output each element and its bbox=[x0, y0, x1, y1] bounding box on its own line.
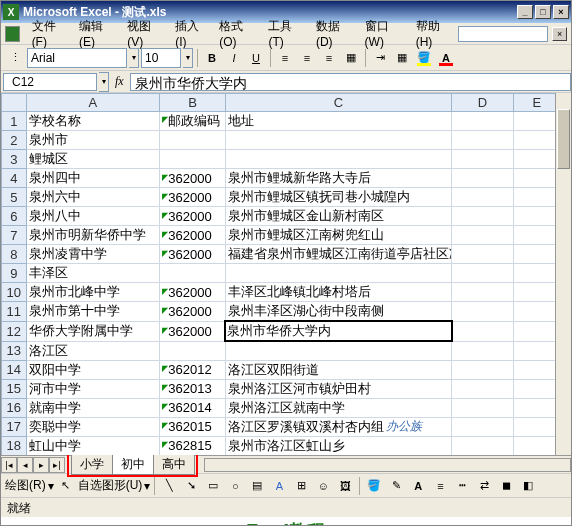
col-header[interactable]: A bbox=[26, 94, 160, 112]
cell[interactable] bbox=[452, 283, 514, 302]
cell[interactable] bbox=[513, 245, 560, 264]
cell[interactable]: 洛江区双阳街道 bbox=[225, 360, 451, 379]
cell[interactable] bbox=[513, 264, 560, 283]
cell[interactable] bbox=[452, 112, 514, 131]
col-header[interactable]: D bbox=[452, 94, 514, 112]
cell[interactable] bbox=[452, 245, 514, 264]
cell[interactable] bbox=[452, 207, 514, 226]
fill-color-button[interactable]: 🪣 bbox=[414, 48, 434, 68]
cell[interactable]: 泉州市华侨大学内 bbox=[225, 321, 451, 341]
tab-nav-last[interactable]: ▸| bbox=[49, 457, 65, 473]
sheet-tab-2[interactable]: 初中 bbox=[112, 455, 154, 475]
oval-icon[interactable]: ○ bbox=[225, 476, 245, 496]
cell[interactable]: 泉州市明新华侨中学 bbox=[26, 226, 160, 245]
underline-button[interactable]: U bbox=[246, 48, 266, 68]
font-color-2-button[interactable]: A bbox=[408, 476, 428, 496]
cell[interactable] bbox=[452, 188, 514, 207]
cell[interactable] bbox=[513, 302, 560, 322]
close-button[interactable]: × bbox=[553, 5, 569, 19]
cell[interactable]: ◤362000 bbox=[160, 226, 226, 245]
cell[interactable] bbox=[225, 150, 451, 169]
cell[interactable]: 丰泽区北峰镇北峰村塔后 bbox=[225, 283, 451, 302]
cell[interactable]: 福建省泉州市鲤城区江南街道亭店社区凌霄路321号 bbox=[225, 245, 451, 264]
row-header[interactable]: 2 bbox=[2, 131, 27, 150]
cell[interactable] bbox=[452, 398, 514, 417]
cell[interactable] bbox=[225, 131, 451, 150]
cell[interactable] bbox=[452, 321, 514, 341]
cell[interactable]: 河市中学 bbox=[26, 379, 160, 398]
cell[interactable] bbox=[513, 283, 560, 302]
cell[interactable] bbox=[452, 379, 514, 398]
cell[interactable]: 泉州市 bbox=[26, 131, 160, 150]
cell[interactable]: 泉州市第十中学 bbox=[26, 302, 160, 322]
cell[interactable]: 洛江区 bbox=[26, 341, 160, 360]
row-header[interactable]: 18 bbox=[2, 436, 27, 455]
indent-button[interactable]: ⇥ bbox=[370, 48, 390, 68]
cell[interactable]: 泉州凌霄中学 bbox=[26, 245, 160, 264]
cell[interactable]: 学校名称 bbox=[26, 112, 160, 131]
cell[interactable] bbox=[452, 417, 514, 436]
cell[interactable] bbox=[452, 341, 514, 360]
merge-button[interactable]: ▦ bbox=[341, 48, 361, 68]
dash-style-button[interactable]: ┅ bbox=[452, 476, 472, 496]
maximize-button[interactable]: □ bbox=[535, 5, 551, 19]
3d-button[interactable]: ◧ bbox=[518, 476, 538, 496]
row-header[interactable]: 13 bbox=[2, 341, 27, 360]
cell[interactable] bbox=[513, 360, 560, 379]
menu-data[interactable]: 数据(D) bbox=[310, 16, 359, 51]
row-header[interactable]: 11 bbox=[2, 302, 27, 322]
menu-view[interactable]: 视图(V) bbox=[121, 16, 169, 51]
cell[interactable]: ◤362000 bbox=[160, 245, 226, 264]
font-select[interactable] bbox=[27, 48, 127, 68]
align-right-button[interactable]: ≡ bbox=[319, 48, 339, 68]
cell[interactable]: 泉州市鲤城区金山新村南区 bbox=[225, 207, 451, 226]
cell[interactable] bbox=[225, 264, 451, 283]
cell[interactable]: 地址 bbox=[225, 112, 451, 131]
cell[interactable] bbox=[452, 169, 514, 188]
toolbar-handle-icon[interactable]: ⋮ bbox=[5, 48, 25, 68]
menu-tools[interactable]: 工具(T) bbox=[262, 16, 309, 51]
tab-nav-prev[interactable]: ◂ bbox=[17, 457, 33, 473]
row-header[interactable]: 5 bbox=[2, 188, 27, 207]
row-header[interactable]: 12 bbox=[2, 321, 27, 341]
cell[interactable]: ◤362000 bbox=[160, 188, 226, 207]
cell[interactable] bbox=[452, 226, 514, 245]
cell[interactable] bbox=[513, 379, 560, 398]
cell[interactable]: 泉州市洛江区虹山乡 bbox=[225, 436, 451, 455]
row-header[interactable]: 10 bbox=[2, 283, 27, 302]
menu-format[interactable]: 格式(O) bbox=[213, 16, 262, 51]
italic-button[interactable]: I bbox=[224, 48, 244, 68]
shadow-button[interactable]: ◼ bbox=[496, 476, 516, 496]
tab-nav-first[interactable]: |◂ bbox=[1, 457, 17, 473]
row-header[interactable]: 8 bbox=[2, 245, 27, 264]
row-header[interactable]: 3 bbox=[2, 150, 27, 169]
tab-nav-next[interactable]: ▸ bbox=[33, 457, 49, 473]
col-header[interactable]: B bbox=[160, 94, 226, 112]
cell[interactable]: 奕聪中学 bbox=[26, 417, 160, 436]
menu-window[interactable]: 窗口(W) bbox=[359, 16, 410, 51]
cell[interactable]: 就南中学 bbox=[26, 398, 160, 417]
autoshapes-menu[interactable]: 自选图形(U) bbox=[78, 477, 143, 494]
cell[interactable] bbox=[513, 188, 560, 207]
cell[interactable] bbox=[513, 321, 560, 341]
cell[interactable]: ◤362014 bbox=[160, 398, 226, 417]
cell[interactable] bbox=[513, 226, 560, 245]
rect-icon[interactable]: ▭ bbox=[203, 476, 223, 496]
cell[interactable]: 泉州市鲤城新华路大寺后 bbox=[225, 169, 451, 188]
clipart-icon[interactable]: ☺ bbox=[313, 476, 333, 496]
cell[interactable]: ◤362815 bbox=[160, 436, 226, 455]
cell[interactable] bbox=[513, 169, 560, 188]
row-header[interactable]: 6 bbox=[2, 207, 27, 226]
cell[interactable]: 虹山中学 bbox=[26, 436, 160, 455]
cell[interactable]: 泉州四中 bbox=[26, 169, 160, 188]
worksheet-grid[interactable]: ABCDE1学校名称◤邮政编码地址2泉州市3鲤城区4泉州四中◤362000泉州市… bbox=[1, 93, 571, 455]
cell[interactable] bbox=[160, 131, 226, 150]
cell[interactable]: ◤362000 bbox=[160, 207, 226, 226]
cell[interactable]: 丰泽区 bbox=[26, 264, 160, 283]
row-header[interactable]: 16 bbox=[2, 398, 27, 417]
row-header[interactable]: 9 bbox=[2, 264, 27, 283]
cell[interactable] bbox=[513, 112, 560, 131]
cell[interactable]: 泉州洛江区河市镇炉田村 bbox=[225, 379, 451, 398]
align-left-button[interactable]: ≡ bbox=[275, 48, 295, 68]
cell[interactable] bbox=[452, 131, 514, 150]
